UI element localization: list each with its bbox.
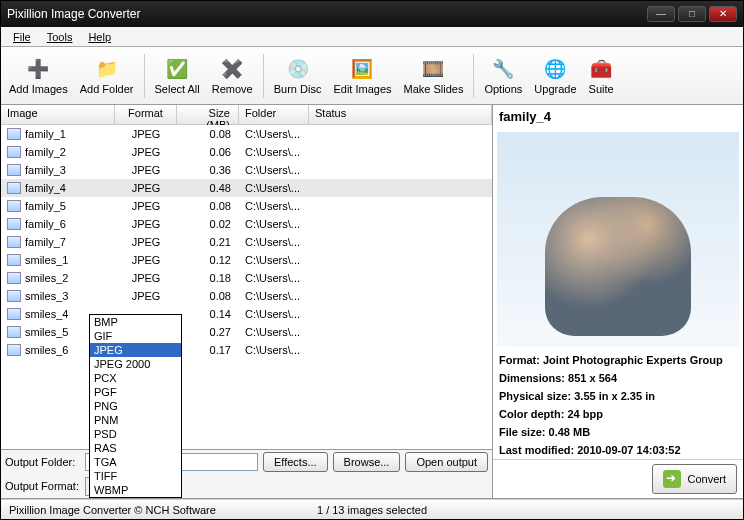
file-icon [7,146,21,158]
status-selection: 1 / 13 images selected [317,504,427,516]
select-all-button[interactable]: ✅Select All [149,55,206,97]
col-status[interactable]: Status [309,105,492,124]
file-icon [7,218,21,230]
table-row[interactable]: smiles_3JPEG0.08C:\Users\... [1,287,492,305]
open-output-button[interactable]: Open output [405,452,488,472]
dropdown-option[interactable]: WBMP [90,483,181,497]
status-bar: Pixillion Image Converter © NCH Software… [1,499,743,519]
suite-button[interactable]: 🧰Suite [583,55,620,97]
convert-button[interactable]: Convert [652,464,737,494]
preview-physical-size: Physical size: 3.55 in x 2.35 in [493,387,743,405]
preview-file-size: File size: 0.48 MB [493,423,743,441]
remove-button[interactable]: ✖️Remove [206,55,259,97]
dropdown-option[interactable]: BMP [90,315,181,329]
preview-image [497,132,739,347]
add-folder-button[interactable]: 📁Add Folder [74,55,140,97]
effects-button[interactable]: Effects... [263,452,328,472]
dropdown-option[interactable]: PNM [90,413,181,427]
maximize-button[interactable]: □ [678,6,706,22]
burn-disc-button[interactable]: 💿Burn Disc [268,55,328,97]
preview-color-depth: Color depth: 24 bpp [493,405,743,423]
table-row[interactable]: family_3JPEG0.36C:\Users\... [1,161,492,179]
preview-format: Format: Joint Photographic Experts Group [493,351,743,369]
table-row[interactable]: family_6JPEG0.02C:\Users\... [1,215,492,233]
menu-help[interactable]: Help [80,29,119,45]
table-row[interactable]: smiles_60.17C:\Users\... [1,341,492,359]
menu-file[interactable]: File [5,29,39,45]
file-icon [7,326,21,338]
dropdown-option[interactable]: PGF [90,385,181,399]
remove-icon: ✖️ [220,57,244,81]
slides-icon: 🎞️ [421,57,445,81]
window-title: Pixillion Image Converter [7,7,644,21]
toolbar: ➕Add Images 📁Add Folder ✅Select All ✖️Re… [1,47,743,105]
output-format-label: Output Format: [5,480,85,492]
table-row[interactable]: smiles_40.14C:\Users\... [1,305,492,323]
dropdown-option[interactable]: PCX [90,371,181,385]
file-icon [7,128,21,140]
list-header: Image Format Size (MB) Folder Status [1,105,492,125]
titlebar[interactable]: Pixillion Image Converter — □ ✕ [1,1,743,27]
edit-images-button[interactable]: 🖼️Edit Images [327,55,397,97]
dropdown-option[interactable]: JPEG [90,343,181,357]
preview-last-modified: Last modified: 2010-09-07 14:03:52 [493,441,743,459]
file-list[interactable]: family_1JPEG0.08C:\Users\...family_2JPEG… [1,125,492,449]
add-images-button[interactable]: ➕Add Images [3,55,74,97]
file-icon [7,290,21,302]
folder-icon: 📁 [95,57,119,81]
gear-icon: 🔧 [491,57,515,81]
file-icon [7,236,21,248]
col-folder[interactable]: Folder [239,105,309,124]
check-icon: ✅ [165,57,189,81]
file-icon [7,344,21,356]
dropdown-option[interactable]: TGA [90,455,181,469]
suite-icon: 🧰 [589,57,613,81]
table-row[interactable]: family_5JPEG0.08C:\Users\... [1,197,492,215]
menubar: File Tools Help [1,27,743,47]
file-icon [7,200,21,212]
options-button[interactable]: 🔧Options [478,55,528,97]
table-row[interactable]: smiles_1JPEG0.12C:\Users\... [1,251,492,269]
table-row[interactable]: family_7JPEG0.21C:\Users\... [1,233,492,251]
col-image[interactable]: Image [1,105,115,124]
dropdown-option[interactable]: TIFF [90,469,181,483]
convert-icon [663,470,681,488]
col-format[interactable]: Format [115,105,177,124]
file-icon [7,164,21,176]
globe-icon: 🌐 [543,57,567,81]
dropdown-option[interactable]: PSD [90,427,181,441]
table-row[interactable]: family_2JPEG0.06C:\Users\... [1,143,492,161]
preview-panel: family_4 Format: Joint Photographic Expe… [493,105,743,498]
file-icon [7,182,21,194]
disc-icon: 💿 [286,57,310,81]
file-icon [7,308,21,320]
menu-tools[interactable]: Tools [39,29,81,45]
file-icon [7,254,21,266]
col-size[interactable]: Size (MB) [177,105,239,124]
table-row[interactable]: smiles_2JPEG0.18C:\Users\... [1,269,492,287]
output-folder-label: Output Folder: [5,456,85,468]
minimize-button[interactable]: — [647,6,675,22]
dropdown-option[interactable]: PNG [90,399,181,413]
status-left: Pixillion Image Converter © NCH Software [9,504,317,516]
table-row[interactable]: smiles_50.27C:\Users\... [1,323,492,341]
edit-icon: 🖼️ [350,57,374,81]
close-button[interactable]: ✕ [709,6,737,22]
dropdown-option[interactable]: GIF [90,329,181,343]
table-row[interactable]: family_4JPEG0.48C:\Users\... [1,179,492,197]
make-slides-button[interactable]: 🎞️Make Slides [398,55,470,97]
preview-dimensions: Dimensions: 851 x 564 [493,369,743,387]
preview-name: family_4 [493,105,743,128]
plus-icon: ➕ [26,57,50,81]
dropdown-option[interactable]: JPEG 2000 [90,357,181,371]
file-icon [7,272,21,284]
format-dropdown-popup[interactable]: BMPGIFJPEGJPEG 2000PCXPGFPNGPNMPSDRASTGA… [89,314,182,498]
table-row[interactable]: family_1JPEG0.08C:\Users\... [1,125,492,143]
upgrade-button[interactable]: 🌐Upgrade [528,55,582,97]
dropdown-option[interactable]: RAS [90,441,181,455]
browse-button[interactable]: Browse... [333,452,401,472]
